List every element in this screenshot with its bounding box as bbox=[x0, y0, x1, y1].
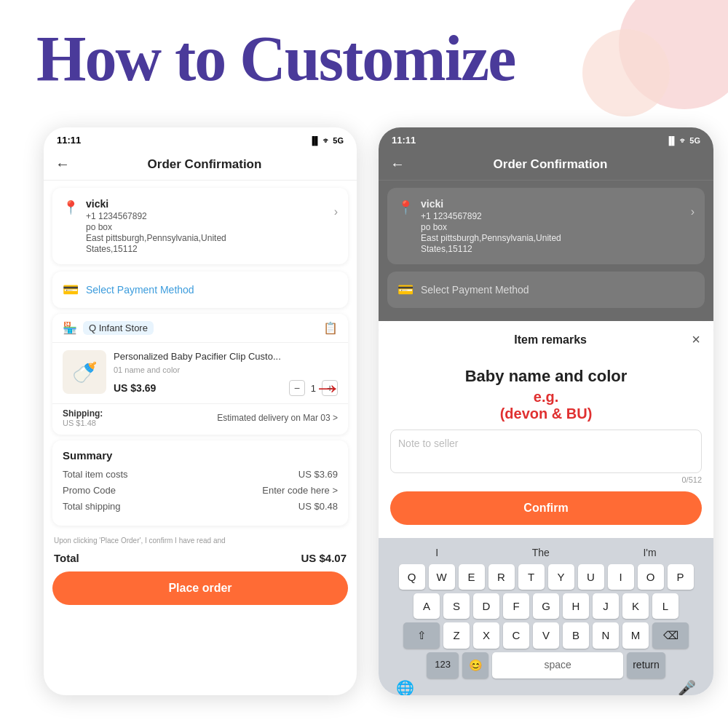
suggestion-i[interactable]: I bbox=[435, 547, 438, 558]
item-costs-value: US $3.69 bbox=[298, 469, 338, 480]
terms-text-left: Upon clicking 'Place Order', I confirm I… bbox=[44, 531, 357, 546]
key-space[interactable]: space bbox=[492, 652, 623, 678]
key-x[interactable]: X bbox=[473, 622, 499, 649]
remarks-annotation: Baby name and color e.g. (devon & BU) bbox=[390, 363, 702, 430]
key-g[interactable]: G bbox=[533, 593, 559, 619]
key-b[interactable]: B bbox=[563, 622, 589, 649]
suggestion-the[interactable]: The bbox=[532, 547, 550, 558]
total-shipping-label: Total shipping bbox=[63, 501, 121, 512]
status-icons-left: ▐▌ ᯤ 5G bbox=[309, 136, 344, 145]
mic-icon[interactable]: 🎤 bbox=[678, 679, 696, 695]
key-d[interactable]: D bbox=[473, 593, 499, 619]
payment-row-left[interactable]: 💳 Select Payment Method bbox=[52, 272, 348, 308]
address-phone-right: +1 1234567892 bbox=[421, 211, 561, 221]
product-variant-left: 01 name and color bbox=[114, 365, 338, 374]
payment-icon-right: 💳 bbox=[397, 282, 414, 298]
summary-shipping-row: Total shipping US $0.48 bbox=[63, 501, 338, 512]
remarks-close-button[interactable]: × bbox=[692, 331, 700, 348]
key-t[interactable]: T bbox=[518, 564, 545, 590]
key-w[interactable]: W bbox=[429, 564, 455, 590]
key-shift[interactable]: ⇧ bbox=[403, 622, 440, 649]
key-i[interactable]: I bbox=[608, 564, 634, 590]
product-name-left: Personalized Baby Pacifier Clip Custo... bbox=[114, 350, 338, 363]
key-e[interactable]: E bbox=[459, 564, 485, 590]
summary-section-left: Summary Total item costs US $3.69 Promo … bbox=[52, 440, 348, 526]
page-title: How to Customize bbox=[36, 22, 515, 95]
keyboard-bottom: 🌐 🎤 bbox=[381, 682, 711, 692]
product-row-left: 🍼 Personalized Baby Pacifier Clip Custo.… bbox=[52, 343, 348, 403]
remarks-body: Baby name and color e.g. (devon & BU) No… bbox=[379, 355, 713, 538]
phone-left: 11:11 ▐▌ ᯤ 5G ← Order Confirmation 📍 vic… bbox=[44, 127, 357, 695]
status-bar-right: 11:11 ▐▌ ᯤ 5G bbox=[379, 127, 713, 150]
location-pin-icon: 📍 bbox=[63, 199, 79, 254]
key-o[interactable]: O bbox=[638, 564, 664, 590]
store-name-badge-left[interactable]: Q Infant Store bbox=[83, 321, 154, 335]
back-arrow-right[interactable]: ← bbox=[390, 156, 405, 173]
payment-label-left: Select Payment Method bbox=[86, 284, 194, 296]
key-l[interactable]: L bbox=[652, 593, 678, 619]
key-m[interactable]: M bbox=[622, 622, 649, 649]
address-name-right: vicki bbox=[421, 198, 561, 210]
nav-bar-left: ← Order Confirmation bbox=[44, 150, 357, 181]
key-j[interactable]: J bbox=[593, 593, 619, 619]
nav-bar-right: ← Order Confirmation bbox=[379, 150, 713, 181]
key-return[interactable]: return bbox=[627, 652, 665, 678]
globe-icon[interactable]: 🌐 bbox=[396, 679, 414, 695]
key-q[interactable]: Q bbox=[399, 564, 425, 590]
key-r[interactable]: R bbox=[488, 564, 515, 590]
address-line1-right: po box bbox=[421, 222, 561, 232]
address-line2-left: East pittsburgh,Pennsylvania,United bbox=[86, 233, 226, 243]
phone-right: 11:11 ▐▌ ᯤ 5G ← Order Confirmation 📍 vic… bbox=[379, 127, 713, 695]
key-k[interactable]: K bbox=[622, 593, 649, 619]
qty-decrease-left[interactable]: − bbox=[289, 380, 305, 396]
key-y[interactable]: Y bbox=[548, 564, 574, 590]
address-chevron-icon: › bbox=[334, 205, 338, 218]
key-123[interactable]: 123 bbox=[427, 652, 459, 678]
back-arrow-left[interactable]: ← bbox=[55, 156, 70, 173]
key-c[interactable]: C bbox=[503, 622, 529, 649]
key-f[interactable]: F bbox=[503, 593, 529, 619]
bg-decoration-2 bbox=[582, 29, 670, 116]
key-h[interactable]: H bbox=[563, 593, 589, 619]
key-a[interactable]: A bbox=[414, 593, 440, 619]
store-section-left: 🏪 Q Infant Store 📋 🍼 Personalized Baby P… bbox=[52, 314, 348, 435]
key-p[interactable]: P bbox=[668, 564, 694, 590]
annotation-eg-text: e.g. (devon & BU) bbox=[390, 389, 702, 422]
summary-title-left: Summary bbox=[63, 449, 338, 462]
confirm-button[interactable]: Confirm bbox=[390, 491, 702, 525]
promo-value[interactable]: Enter code here > bbox=[262, 485, 338, 496]
keyboard-row-1: Q W E R T Y U I O P bbox=[381, 564, 711, 590]
note-to-seller-input[interactable]: Note to seller bbox=[390, 430, 702, 473]
store-header-left: 🏪 Q Infant Store 📋 bbox=[52, 314, 348, 343]
item-costs-label: Total item costs bbox=[63, 469, 128, 480]
summary-promo-row: Promo Code Enter code here > bbox=[63, 485, 338, 496]
key-u[interactable]: U bbox=[578, 564, 604, 590]
total-bar-left: Total US $4.07 bbox=[52, 552, 348, 564]
annotation-big-text: Baby name and color bbox=[390, 367, 702, 386]
key-s[interactable]: S bbox=[443, 593, 470, 619]
address-card-right[interactable]: 📍 vicki +1 1234567892 po box East pittsb… bbox=[387, 188, 705, 264]
store-note-icon-left[interactable]: 📋 bbox=[323, 321, 338, 335]
payment-label-right: Select Payment Method bbox=[421, 284, 529, 296]
store-icon-left: 🏪 bbox=[63, 321, 77, 335]
nav-title-left: Order Confirmation bbox=[79, 157, 331, 172]
address-line3-right: States,15112 bbox=[421, 244, 561, 254]
key-v[interactable]: V bbox=[533, 622, 559, 649]
payment-row-right[interactable]: 💳 Select Payment Method bbox=[387, 272, 705, 308]
key-emoji[interactable]: 😊 bbox=[462, 652, 488, 678]
time-left: 11:11 bbox=[57, 135, 81, 146]
place-order-button-left[interactable]: Place order bbox=[52, 571, 348, 605]
total-value-left: US $4.07 bbox=[301, 552, 347, 564]
key-z[interactable]: Z bbox=[443, 622, 470, 649]
remarks-header: Item remarks × bbox=[379, 321, 713, 355]
shipping-label-left: Shipping: bbox=[63, 408, 103, 419]
suggestion-im[interactable]: I'm bbox=[643, 547, 656, 558]
address-line3-left: States,15112 bbox=[86, 244, 226, 254]
remarks-title: Item remarks bbox=[409, 333, 692, 347]
status-bar-left: 11:11 ▐▌ ᯤ 5G bbox=[44, 127, 357, 150]
address-name-left: vicki bbox=[86, 198, 226, 210]
address-line2-right: East pittsburgh,Pennsylvania,United bbox=[421, 233, 561, 243]
address-card-left[interactable]: 📍 vicki +1 1234567892 po box East pittsb… bbox=[52, 188, 348, 264]
key-n[interactable]: N bbox=[593, 622, 619, 649]
key-backspace[interactable]: ⌫ bbox=[652, 622, 689, 649]
